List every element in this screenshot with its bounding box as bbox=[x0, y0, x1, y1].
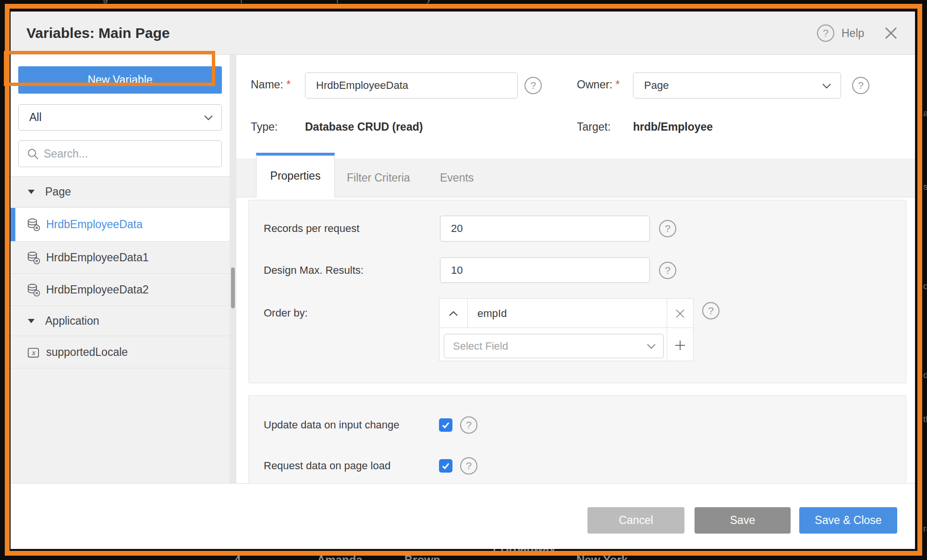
help-icon[interactable]: ? bbox=[817, 24, 834, 42]
variables-dialog: Variables: Main Page ? Help New Variable… bbox=[11, 12, 915, 549]
bg-right-fragment: d bbox=[923, 370, 927, 380]
add-order-field-button[interactable] bbox=[667, 329, 693, 362]
triangle-down-icon bbox=[28, 190, 35, 194]
database-crud-icon bbox=[27, 218, 40, 231]
bg-right-fragment: tle bbox=[923, 414, 927, 425]
select-field-dropdown[interactable]: Select Field bbox=[444, 334, 664, 358]
order-by-field-value[interactable]: empId bbox=[477, 299, 507, 328]
variable-icon: x bbox=[27, 346, 40, 360]
search-input[interactable] bbox=[44, 141, 217, 166]
tree-item-hrdbemployeedata2[interactable]: HrdbEmployeeData2 bbox=[11, 274, 230, 306]
tree-item-label: supportedLocale bbox=[46, 346, 128, 359]
new-variable-button[interactable]: New Variable bbox=[18, 66, 222, 94]
tab-events[interactable]: Events bbox=[440, 158, 474, 197]
database-crud-icon bbox=[27, 251, 40, 265]
owner-value: Page bbox=[644, 79, 669, 91]
bg-right-fragment: ra bbox=[923, 523, 927, 534]
save-and-close-button[interactable]: Save & Close bbox=[799, 507, 897, 534]
bg-right-fragment: ar bbox=[923, 108, 927, 119]
update-on-change-checkbox[interactable] bbox=[439, 418, 452, 432]
records-per-request-input[interactable] bbox=[440, 216, 650, 242]
order-by-group: empId Select Field bbox=[439, 298, 694, 361]
selected-indicator bbox=[11, 208, 15, 241]
bg-top-fragment: | bbox=[240, 0, 243, 4]
type-value: Database CRUD (read) bbox=[305, 121, 423, 134]
name-input[interactable] bbox=[305, 73, 518, 98]
variables-sidebar: New Variable All Page bbox=[11, 55, 230, 483]
owner-label: Owner: * bbox=[577, 78, 620, 91]
tree-group-page[interactable]: Page bbox=[11, 177, 230, 207]
screenshot-stage: g | | y ar s b or d tle ra me 1 Broadway… bbox=[0, 0, 927, 560]
name-help-icon[interactable]: ? bbox=[524, 77, 542, 94]
required-asterisk: * bbox=[286, 78, 291, 91]
design-max-results-input[interactable] bbox=[440, 257, 650, 283]
type-label: Type: bbox=[251, 121, 278, 134]
svg-text:x: x bbox=[32, 349, 36, 356]
remove-order-field-button[interactable] bbox=[667, 299, 693, 328]
database-crud-icon bbox=[27, 283, 40, 297]
bg-bottom-row-cell: 4 bbox=[234, 553, 241, 560]
help-button[interactable]: Help bbox=[842, 12, 864, 55]
triangle-down-icon bbox=[28, 319, 35, 323]
check-icon bbox=[441, 421, 450, 429]
sort-direction-button[interactable] bbox=[439, 299, 468, 328]
variables-tree: Page HrdbEmployeeData bbox=[11, 176, 230, 483]
owner-help-icon[interactable]: ? bbox=[852, 77, 869, 94]
check-icon bbox=[441, 462, 450, 470]
x-icon bbox=[675, 308, 685, 319]
chevron-down-icon bbox=[822, 84, 831, 89]
max-results-help-icon[interactable]: ? bbox=[659, 262, 676, 279]
tree-group-application[interactable]: Application bbox=[11, 306, 230, 336]
search-box bbox=[18, 140, 222, 167]
data-options-panel: Update data on input change ? Request da… bbox=[248, 395, 906, 484]
update-on-change-help-icon[interactable]: ? bbox=[460, 416, 477, 434]
dialog-title: Variables: Main Page bbox=[26, 12, 170, 55]
tree-item-hrdbemployeedata[interactable]: HrdbEmployeeData bbox=[11, 208, 230, 242]
request-on-load-help-icon[interactable]: ? bbox=[460, 457, 477, 475]
select-field-placeholder: Select Field bbox=[453, 340, 508, 352]
save-button[interactable]: Save bbox=[695, 507, 791, 534]
bg-bottom-row-cell: Amanda bbox=[317, 553, 363, 560]
bg-right-fragment: or bbox=[923, 281, 927, 292]
tab-bar bbox=[236, 158, 915, 197]
tree-item-hrdbemployeedata1[interactable]: HrdbEmployeeData1 bbox=[11, 242, 230, 274]
sidebar-scrollbar-thumb[interactable] bbox=[231, 268, 235, 308]
chevron-down-icon bbox=[204, 115, 213, 121]
bg-top-fragment: | bbox=[336, 0, 339, 4]
bg-bottom-row-cell: New York bbox=[576, 553, 628, 560]
variable-type-filter-value: All bbox=[29, 111, 42, 123]
tab-filter-criteria[interactable]: Filter Criteria bbox=[347, 158, 410, 197]
caret-up-icon bbox=[449, 311, 458, 316]
request-on-load-checkbox[interactable] bbox=[439, 459, 452, 473]
target-label: Target: bbox=[577, 121, 610, 134]
request-on-load-label: Request data on page load bbox=[264, 459, 390, 473]
plus-icon bbox=[674, 340, 686, 351]
cancel-button[interactable]: Cancel bbox=[587, 507, 684, 534]
owner-dropdown[interactable]: Page bbox=[633, 73, 841, 98]
tree-item-label: HrdbEmployeeData1 bbox=[46, 251, 149, 264]
order-by-row: empId bbox=[439, 299, 693, 328]
bg-top-fragment: g bbox=[103, 0, 108, 4]
properties-panel: Records per request ? Design Max. Result… bbox=[248, 200, 906, 383]
required-asterisk: * bbox=[616, 78, 620, 91]
order-by-help-icon[interactable]: ? bbox=[702, 302, 720, 319]
update-on-change-label: Update data on input change bbox=[264, 418, 400, 432]
dialog-header: Variables: Main Page ? Help bbox=[11, 12, 915, 55]
close-icon[interactable] bbox=[884, 26, 898, 42]
tree-item-supportedlocale[interactable]: x supportedLocale bbox=[11, 337, 230, 368]
variable-type-filter-dropdown[interactable]: All bbox=[18, 104, 222, 131]
records-help-icon[interactable]: ? bbox=[659, 220, 676, 237]
search-icon bbox=[27, 148, 39, 160]
order-by-label: Order by: bbox=[264, 306, 308, 320]
tree-item-label: HrdbEmployeeData2 bbox=[46, 283, 149, 296]
chevron-down-icon bbox=[647, 344, 656, 349]
tree-item-label: HrdbEmployeeData bbox=[46, 218, 143, 231]
bg-right-fragment: s b bbox=[923, 182, 927, 192]
tree-group-label: Application bbox=[45, 315, 99, 328]
tree-group-label: Page bbox=[45, 185, 71, 198]
design-max-results-label: Design Max. Results: bbox=[264, 264, 364, 277]
tab-properties[interactable]: Properties bbox=[256, 153, 335, 197]
name-label: Name: * bbox=[251, 78, 291, 91]
bg-bottom-row-cell: Brown bbox=[404, 553, 440, 560]
target-value: hrdb/Employee bbox=[633, 121, 713, 134]
